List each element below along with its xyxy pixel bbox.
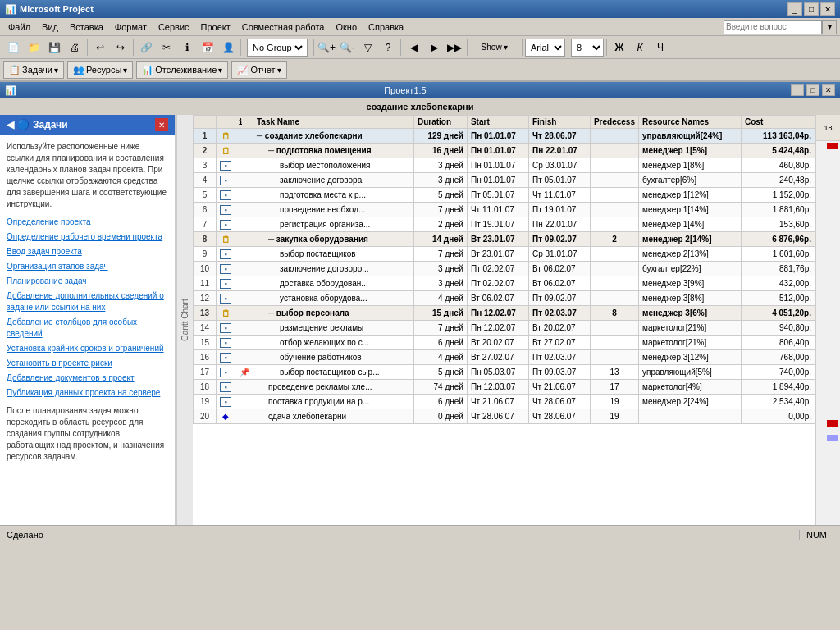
report-button[interactable]: 📈 Отчет ▾ <box>231 61 286 79</box>
font-select[interactable]: Arial <box>525 39 565 57</box>
task-name[interactable]: ─ подготовка помещения <box>253 144 414 158</box>
menu-file[interactable]: Файл <box>3 21 35 34</box>
menu-view[interactable]: Вставка <box>65 21 108 34</box>
menu-collaborate[interactable]: Окно <box>331 21 362 34</box>
panel-close-button[interactable]: ✕ <box>155 118 168 131</box>
task-name[interactable]: обучение работников <box>253 350 414 365</box>
question-input[interactable] <box>724 20 822 34</box>
col-header-pred[interactable]: Predecess <box>590 116 638 129</box>
table-row: 19▪поставка продукции на р...6 днейЧт 21… <box>194 395 815 409</box>
zoom-in-button[interactable]: 🔍+ <box>317 39 336 57</box>
task-name[interactable]: проведение рекламы хле... <box>253 380 414 395</box>
table-row: 1🗒─ создание хлебопекарни129 днейПн 01.0… <box>194 129 815 144</box>
help-button[interactable]: ? <box>378 39 398 57</box>
menu-project[interactable]: Совместная работа <box>237 21 330 34</box>
resources-button[interactable]: 👥 Ресурсы ▾ <box>67 61 133 79</box>
link-enter-tasks[interactable]: Ввод задач проекта <box>7 246 168 258</box>
col-header-finish[interactable]: Finish <box>528 116 590 129</box>
link-add-info[interactable]: Добавление дополнительных сведений о зад… <box>7 290 168 313</box>
group-select[interactable]: No Group <box>249 42 305 53</box>
task-name[interactable]: проведение необход... <box>253 203 414 217</box>
save-button[interactable]: 💾 <box>44 39 64 57</box>
task-finish: Пт 05.01.07 <box>528 173 590 188</box>
task-name[interactable]: доставка оборудован... <box>253 276 414 291</box>
task-name[interactable]: регистрация организа... <box>253 217 414 232</box>
undo-button[interactable]: ↩ <box>90 39 110 57</box>
menu-format[interactable]: Сервис <box>153 21 194 34</box>
menu-tools[interactable]: Проект <box>196 21 235 34</box>
link-plan-tasks[interactable]: Планирование задач <box>7 276 168 287</box>
task-name[interactable]: заключение договора <box>253 173 414 188</box>
title-controls[interactable]: _ □ ✕ <box>788 2 835 16</box>
task-name[interactable]: подготовка места к р... <box>253 188 414 203</box>
new-button[interactable]: 📄 <box>3 39 23 57</box>
link-button[interactable]: 🔗 <box>136 39 156 57</box>
sub-close-button[interactable]: ✕ <box>822 84 835 96</box>
link-define-project[interactable]: Определение проекта <box>7 217 168 228</box>
task-name[interactable]: выбор местоположения <box>253 158 414 173</box>
group-select-container[interactable]: No Group <box>247 39 308 57</box>
sep4 <box>313 39 314 56</box>
task-name[interactable]: выбор поставщиков сыр... <box>253 365 414 380</box>
menu-edit[interactable]: Вид <box>37 21 63 34</box>
scroll-right-button[interactable]: ▶ <box>424 39 444 57</box>
open-button[interactable]: 📁 <box>24 39 43 57</box>
redo-button[interactable]: ↪ <box>111 39 130 57</box>
info-button[interactable]: ℹ <box>177 39 197 57</box>
task-resources: менеджер 1[5%] <box>639 144 742 158</box>
print-button[interactable]: 🖨 <box>65 39 84 57</box>
task-name[interactable]: поставка продукции на р... <box>253 395 414 409</box>
bold-button[interactable]: Ж <box>609 39 629 57</box>
filter-button[interactable]: ▽ <box>358 39 377 57</box>
show-button[interactable]: Show ▾ <box>470 39 519 57</box>
row-number: 18 <box>194 380 217 395</box>
link-organize-tasks[interactable]: Организация этапов задач <box>7 261 168 272</box>
underline-button[interactable]: Ч <box>651 39 670 57</box>
table-row: 14▪размещение рекламы7 днейПн 12.02.07Вт… <box>194 321 815 336</box>
tasks-button[interactable]: 📋 Задачи ▾ <box>3 61 64 79</box>
scroll-left-button[interactable]: ◀ <box>404 39 423 57</box>
minimize-button[interactable]: _ <box>788 2 802 16</box>
col-header-duration[interactable]: Duration <box>413 116 467 129</box>
task-name[interactable]: установка оборудова... <box>253 291 414 306</box>
menu-window[interactable]: Справка <box>363 21 409 34</box>
menu-insert[interactable]: Формат <box>110 21 152 34</box>
sub-minimize-button[interactable]: _ <box>791 84 804 96</box>
link-work-time[interactable]: Определение рабочего времени проекта <box>7 231 168 243</box>
question-button[interactable]: ▾ <box>822 20 837 34</box>
zoom-out-button[interactable]: 🔍- <box>337 39 357 57</box>
col-header-taskname[interactable]: Task Name <box>253 116 414 129</box>
task-name[interactable]: ─ выбор персонала <box>253 306 414 321</box>
link-documents[interactable]: Добавление документов в проект <box>7 372 168 384</box>
tracking-button[interactable]: 📊 Отслеживание ▾ <box>136 61 228 79</box>
sub-maximize-button[interactable]: □ <box>806 84 819 96</box>
task-table-wrapper[interactable]: ℹ Task Name Duration Start Finish Predec… <box>193 115 815 525</box>
task-name[interactable]: заключение договоро... <box>253 262 414 276</box>
link-add-columns[interactable]: Добавление столбцов для особых сведений <box>7 317 168 340</box>
maximize-button[interactable]: □ <box>804 2 819 16</box>
scroll-right2-button[interactable]: ▶▶ <box>445 39 464 57</box>
task-name[interactable]: ─ создание хлебопекарни <box>253 129 414 144</box>
task-name[interactable]: отбор желающих по с... <box>253 336 414 350</box>
close-button[interactable]: ✕ <box>820 2 835 16</box>
task-name[interactable]: сдача хлебопекарни <box>253 409 414 424</box>
link-deadlines[interactable]: Установка крайних сроков и ограничений <box>7 343 168 354</box>
assign-button[interactable]: 👤 <box>218 39 238 57</box>
link-risks[interactable]: Установить в проекте риски <box>7 358 168 369</box>
task-resources: менеджер 1[14%] <box>639 203 742 217</box>
task-name[interactable]: ─ закупка оборудования <box>253 232 414 247</box>
task-name[interactable]: размещение рекламы <box>253 321 414 336</box>
task-name[interactable]: выбор поставщиков <box>253 247 414 262</box>
col-header-cost[interactable]: Cost <box>742 116 815 129</box>
col-header-resources[interactable]: Resource Names <box>639 116 742 129</box>
italic-button[interactable]: К <box>630 39 650 57</box>
sub-window-controls[interactable]: _ □ ✕ <box>791 84 835 96</box>
task-duration: 5 дней <box>413 188 467 203</box>
font-size-select[interactable]: 8 <box>571 39 604 57</box>
calendar-button[interactable]: 📅 <box>198 39 217 57</box>
link-publish[interactable]: Публикация данных проекта на сервере <box>7 387 168 399</box>
task-start: Пн 01.01.07 <box>467 144 528 158</box>
menu-bar: Файл Вид Вставка Формат Сервис Проект Со… <box>0 18 840 36</box>
col-header-start[interactable]: Start <box>467 116 528 129</box>
unlink-button[interactable]: ✂ <box>157 39 176 57</box>
